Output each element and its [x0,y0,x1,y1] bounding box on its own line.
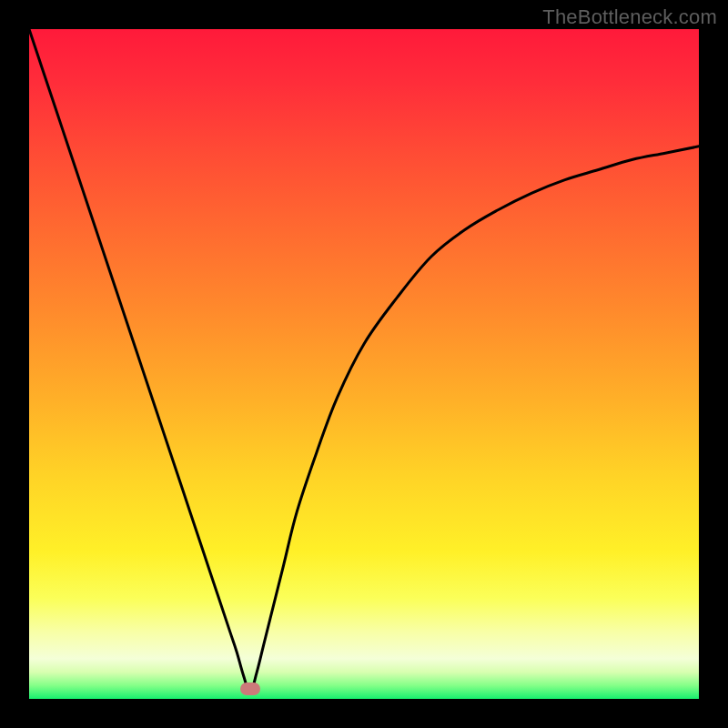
bottleneck-curve [29,29,699,693]
plot-area [29,29,699,699]
notch-marker [240,682,260,695]
watermark-text: TheBottleneck.com [542,5,717,29]
chart-frame: TheBottleneck.com [0,0,728,728]
curve-svg [29,29,699,699]
